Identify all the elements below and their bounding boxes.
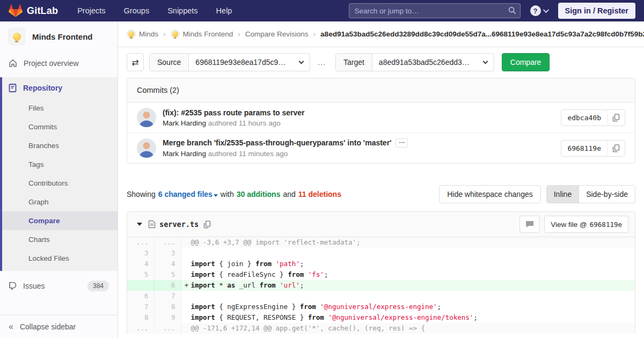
avatar[interactable] [137,138,156,158]
menu-item-help[interactable]: Help [216,6,232,15]
diff-summary-bar: Showing 6 changed files with 30 addition… [127,185,635,203]
showing-label: Showing [127,190,156,199]
sidebar-item-compare[interactable]: Compare [2,211,118,230]
menu-item-snippets[interactable]: Snippets [167,6,197,15]
line-number[interactable]: 4 [154,259,181,269]
line-number[interactable]: 6 [127,291,154,302]
sidebar-item-repository[interactable]: Repository [2,77,118,99]
collapse-sidebar-button[interactable]: « Collapse sidebar [0,315,118,338]
target-ref-value: a8ed91a53bad5c26edd3… [379,58,470,67]
help-dropdown[interactable]: ? [530,5,547,16]
sidebar-item-branches[interactable]: Branches [2,136,118,155]
chevron-down-icon [543,7,548,13]
sidebar-item-commits[interactable]: Commits [2,117,118,136]
commit-meta: Mark Harding authored 11 minutes ago [163,150,561,158]
hide-whitespace-button[interactable]: Hide whitespace changes [439,185,541,203]
side-by-side-view-button[interactable]: Side-by-side [579,186,635,203]
menu-item-projects[interactable]: Projects [77,6,105,15]
sidebar-item-label: Repository [23,84,62,92]
line-number[interactable]: ... [127,237,154,248]
line-number[interactable]: ... [154,323,181,334]
line-number[interactable]: 5 [127,269,154,280]
diff-view-controls: Hide whitespace changes Inline Side-by-s… [439,185,635,203]
repository-icon [9,84,17,92]
diff-code: @@ -3,6 +3,7 @@ import 'reflect-metadata… [181,237,635,248]
copy-sha-button[interactable] [607,110,625,126]
group-avatar [127,30,136,39]
line-number[interactable]: 4 [127,259,154,269]
sidebar-item-issues[interactable]: Issues 384 [0,274,118,298]
commit-sha[interactable]: edbca40b [561,110,607,126]
breadcrumb: Minds › Minds Frontend › Compare Revisio… [118,21,644,47]
line-number[interactable]: ... [127,323,154,334]
copy-icon [203,221,211,229]
line-number[interactable]: 8 [154,302,181,312]
main-menu: Projects Groups Snippets Help [77,6,232,15]
line-number[interactable]: 7 [154,291,181,302]
line-number[interactable]: 3 [127,248,154,259]
sidebar-item-project-overview[interactable]: Project overview [0,53,118,74]
search-icon[interactable] [508,6,516,16]
line-number[interactable]: 6 [154,280,181,291]
breadcrumb-item-compare-revisions[interactable]: Compare Revisions [245,30,309,38]
commit-description-toggle[interactable]: ⋯ [396,138,408,148]
commit-author-link[interactable]: Mark Harding [163,150,206,158]
view-file-button[interactable]: View file @ 6968119e [544,216,628,233]
sign-in-button[interactable]: Sign in / Register [558,3,635,19]
sidebar-item-locked-files[interactable]: Locked Files [2,249,118,268]
lightbulb-icon [128,31,134,37]
target-ref-dropdown[interactable]: a8ed91a53bad5c26edd3… [372,54,494,71]
commit-info: Merge branch 'fix/2535-pass-through-quer… [163,138,561,158]
sidebar-item-charts[interactable]: Charts [2,230,118,249]
source-label: Source [150,54,189,71]
avatar[interactable] [137,108,156,127]
sidebar-item-graph[interactable]: Graph [2,193,118,211]
diff-line-sign [182,323,191,334]
project-avatar [8,28,25,45]
breadcrumb-label: Minds Frontend [183,30,233,38]
sidebar-item-label: Project overview [24,59,79,68]
commits-header: Commits (2) [127,78,635,102]
diff-line-sign [182,259,191,269]
source-ref-dropdown[interactable]: 6968119e93e8ea17d5c9… [189,54,310,71]
commit-title-link[interactable]: Merge branch 'fix/2535-pass-through-quer… [163,138,391,147]
commit-title-link[interactable]: (fix): #2535 pass route params to server [163,108,561,117]
compare-button[interactable]: Compare [502,53,550,71]
sidebar-item-files[interactable]: Files [2,99,118,117]
swap-revisions-button[interactable]: ⇄ [127,53,144,71]
toggle-comments-button[interactable] [519,216,540,233]
line-number[interactable] [127,280,154,291]
sidebar-project-header[interactable]: Minds Frontend [0,21,118,53]
compare-page: ⇄ Source 6968119e93e8ea17d5c9… ... Targe… [118,53,644,334]
inline-view-button[interactable]: Inline [547,186,579,203]
line-number[interactable]: 5 [154,269,181,280]
line-number[interactable]: 8 [127,312,154,323]
target-label: Target [336,54,372,71]
diff-table: ...... @@ -3,6 +3,7 @@ import 'reflect-m… [127,237,635,334]
diff-code: import { ngExpressEngine } from '@nguniv… [181,302,635,312]
project-avatar [171,30,180,39]
diff-line: 78 import { ngExpressEngine } from '@ngu… [127,302,635,312]
breadcrumb-item-minds-frontend[interactable]: Minds Frontend [171,30,233,39]
copy-filename-button[interactable] [203,221,211,229]
commit-meta-text: authored 11 hours ago [208,119,281,127]
copy-sha-button[interactable] [607,141,625,156]
line-number[interactable]: 9 [154,312,181,323]
line-number[interactable]: ... [154,237,181,248]
menu-item-groups[interactable]: Groups [124,6,150,15]
commit-info: (fix): #2535 pass route params to server… [163,108,561,127]
sidebar-item-tags[interactable]: Tags [2,155,118,174]
line-number[interactable]: 3 [154,248,181,259]
search-input[interactable] [349,3,521,18]
gitlab-logo[interactable]: GitLab [9,4,58,18]
commit-author-link[interactable]: Mark Harding [163,119,206,127]
changed-files-dropdown[interactable]: 6 changed files [158,190,218,199]
breadcrumb-item-minds[interactable]: Minds [127,30,158,39]
diff-filename[interactable]: server.ts [159,220,199,229]
line-number[interactable]: 7 [127,302,154,312]
diff-line-sign [182,237,191,248]
commit-sha[interactable]: 6968119e [561,141,607,156]
collapse-diff-icon[interactable] [137,223,142,226]
sidebar-item-contributors[interactable]: Contributors [2,174,118,193]
diff-mode-toggle: Inline Side-by-side [546,185,635,203]
